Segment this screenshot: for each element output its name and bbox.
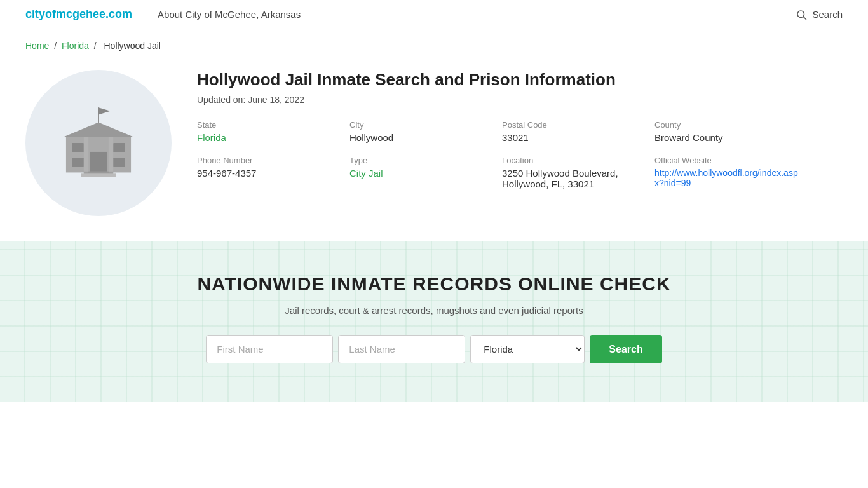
phone-value: 954-967-4357: [197, 168, 343, 179]
jail-building-icon: [51, 102, 146, 184]
site-logo[interactable]: cityofmcgehee.com: [25, 8, 132, 21]
location-label: Location: [502, 156, 648, 165]
svg-rect-12: [81, 173, 116, 177]
breadcrumb-florida[interactable]: Florida: [62, 41, 89, 51]
city-cell: City Hollywood: [349, 120, 496, 143]
state-select[interactable]: AlabamaAlaskaArizonaArkansasCaliforniaCo…: [470, 335, 585, 363]
location-value: 3250 Hollywood Boulevard, Hollywood, FL,…: [502, 168, 648, 189]
updated-date: Updated on: June 18, 2022: [197, 95, 801, 105]
svg-rect-8: [72, 158, 84, 167]
nav-about: About City of McGehee, Arkansas: [158, 9, 301, 20]
county-value: Broward County: [654, 132, 801, 143]
svg-rect-6: [90, 152, 107, 173]
breadcrumb-separator-1: /: [54, 41, 59, 51]
postal-label: Postal Code: [502, 120, 648, 130]
website-value[interactable]: http://www.hollywoodfl.org/index.aspx?ni…: [654, 168, 801, 188]
breadcrumb-current: Hollywood Jail: [104, 41, 161, 51]
header-search-button[interactable]: Search: [796, 9, 843, 20]
website-label: Official Website: [654, 156, 801, 165]
search-icon: [796, 9, 807, 20]
breadcrumb: Home / Florida / Hollywood Jail: [0, 29, 868, 57]
state-cell: State Florida: [197, 120, 343, 143]
website-cell: Official Website http://www.hollywoodfl.…: [654, 156, 801, 189]
state-label: State: [197, 120, 343, 130]
search-button[interactable]: Search: [590, 335, 661, 363]
website-link[interactable]: http://www.hollywoodfl.org/index.aspx?ni…: [654, 168, 798, 188]
inmate-search-form: AlabamaAlaskaArizonaArkansasCaliforniaCo…: [25, 335, 843, 363]
county-cell: County Broward County: [654, 120, 801, 143]
main-content: Hollywood Jail Inmate Search and Prison …: [0, 57, 826, 241]
type-cell: Type City Jail: [349, 156, 496, 189]
search-label: Search: [812, 9, 843, 20]
header-nav: About City of McGehee, Arkansas: [158, 9, 796, 20]
page-title: Hollywood Jail Inmate Search and Prison …: [197, 70, 801, 90]
city-value: Hollywood: [349, 132, 496, 143]
bottom-title: NATIONWIDE INMATE RECORDS ONLINE CHECK: [25, 273, 843, 295]
svg-rect-10: [113, 158, 125, 167]
phone-cell: Phone Number 954-967-4357: [197, 156, 343, 189]
info-grid: State Florida City Hollywood Postal Code…: [197, 120, 801, 189]
last-name-input[interactable]: [338, 335, 465, 363]
type-value[interactable]: City Jail: [349, 168, 496, 179]
header: cityofmcgehee.com About City of McGehee,…: [0, 0, 868, 29]
breadcrumb-home[interactable]: Home: [25, 41, 49, 51]
svg-rect-9: [113, 143, 125, 152]
svg-marker-3: [98, 107, 111, 114]
bottom-section: NATIONWIDE INMATE RECORDS ONLINE CHECK J…: [0, 241, 868, 402]
first-name-input[interactable]: [206, 335, 333, 363]
state-link[interactable]: Florida: [197, 132, 226, 143]
svg-rect-13: [84, 137, 88, 173]
postal-value: 33021: [502, 132, 648, 143]
phone-label: Phone Number: [197, 156, 343, 165]
postal-cell: Postal Code 33021: [502, 120, 648, 143]
svg-marker-4: [63, 123, 133, 137]
type-label: Type: [349, 156, 496, 165]
svg-rect-7: [72, 143, 84, 152]
svg-line-1: [804, 17, 806, 19]
city-label: City: [349, 120, 496, 130]
bottom-subtitle: Jail records, court & arrest records, mu…: [25, 305, 843, 316]
state-value[interactable]: Florida: [197, 132, 343, 143]
location-cell: Location 3250 Hollywood Boulevard, Holly…: [502, 156, 648, 189]
jail-image: [25, 70, 172, 216]
type-link[interactable]: City Jail: [349, 168, 383, 179]
breadcrumb-separator-2: /: [94, 41, 99, 51]
svg-rect-14: [109, 137, 113, 173]
info-panel: Hollywood Jail Inmate Search and Prison …: [197, 70, 801, 189]
county-label: County: [654, 120, 801, 130]
